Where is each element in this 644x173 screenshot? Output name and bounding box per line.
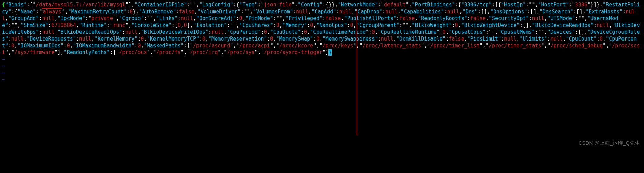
vim-empty-line: ~ [2, 56, 642, 63]
vim-empty-line: ~ [2, 69, 642, 76]
terminal-content: {"Binds":["/data/mysql5.7:/var/lib/mysql… [0, 0, 644, 84]
vim-empty-line: ~ [2, 63, 642, 69]
watermark-text: CSDN @上海_运维_Q先生 [579, 140, 640, 146]
vim-empty-line: ~ [2, 76, 642, 83]
